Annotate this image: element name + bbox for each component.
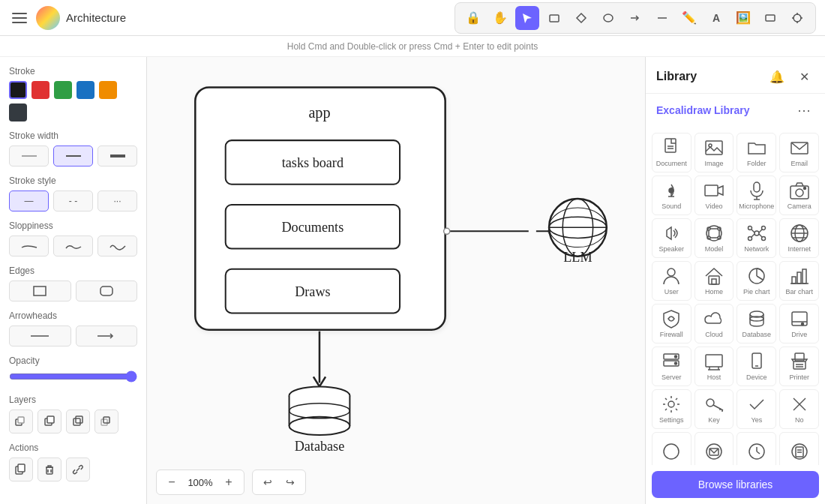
image-tool[interactable]: 🖼️ (731, 6, 755, 30)
ellipse-tool[interactable] (596, 6, 620, 30)
text-tool[interactable]: A (704, 6, 728, 30)
svg-rect-57 (665, 139, 676, 152)
canvas-svg: app tasks board Documents Draws (147, 57, 645, 504)
svg-rect-24 (101, 419, 107, 425)
sloppiness-artist[interactable] (53, 236, 93, 256)
stroke-color-black[interactable] (9, 81, 27, 99)
lib-item-key[interactable]: Key (694, 389, 734, 429)
svg-rect-22 (74, 418, 80, 425)
stroke-width-thick[interactable] (98, 146, 137, 166)
lib-item-firewall[interactable]: Firewall (652, 304, 692, 344)
zoom-out-button[interactable]: − (163, 473, 181, 491)
stroke-color-dark[interactable] (9, 104, 27, 122)
close-library-button[interactable]: ✕ (794, 66, 814, 87)
library-more-button[interactable]: ⋯ (794, 100, 814, 121)
link-button[interactable] (66, 458, 90, 482)
sloppiness-architect[interactable] (9, 236, 49, 256)
lib-item-clock[interactable] (736, 432, 776, 465)
arrow-tool[interactable] (623, 6, 647, 30)
arrowhead-arrow[interactable] (76, 326, 138, 346)
lib-item-bar-chart[interactable]: Bar chart (779, 261, 819, 301)
svg-rect-122 (794, 362, 806, 369)
lib-item-database[interactable]: Database (736, 304, 776, 344)
lib-item-camera[interactable]: Camera (779, 176, 819, 215)
arrowheads-label: Arrowheads (9, 310, 137, 321)
rectangle-tool[interactable] (542, 6, 566, 30)
sloppiness-section: Sloppiness (9, 220, 137, 256)
stroke-color-orange[interactable] (99, 81, 117, 99)
lib-item-settings[interactable]: Settings (652, 389, 692, 429)
diamond-tool[interactable] (569, 6, 593, 30)
lib-item-network[interactable]: Network (736, 218, 776, 258)
select-tool[interactable] (515, 6, 539, 30)
arrowhead-none[interactable] (9, 326, 71, 346)
stroke-color-red[interactable] (32, 81, 50, 99)
lib-item-network-label: Network (744, 245, 769, 254)
stroke-color-green[interactable] (54, 81, 72, 99)
browse-libraries-button[interactable]: Browse libraries (652, 471, 819, 498)
lib-item-speaker[interactable]: Speaker (652, 218, 692, 258)
lib-item-pie-chart[interactable]: Pie chart (736, 261, 776, 301)
zoom-in-button[interactable]: + (220, 473, 238, 491)
svg-line-88 (752, 230, 754, 232)
lib-item-firewall-label: Firewall (660, 331, 683, 339)
lib-item-internet[interactable]: Internet (779, 218, 819, 258)
pencil-tool[interactable]: ✏️ (677, 6, 701, 30)
bring-forward-button[interactable] (66, 410, 90, 434)
svg-point-77 (707, 236, 710, 239)
svg-point-111 (801, 323, 803, 326)
lib-item-video[interactable]: Video (694, 176, 734, 215)
hand-tool[interactable]: ✋ (488, 6, 512, 30)
send-backward-button[interactable] (38, 410, 62, 434)
lib-item-host[interactable]: Host (694, 346, 734, 386)
lib-item-yes[interactable]: Yes (736, 389, 776, 429)
lib-item-model[interactable]: Model (694, 218, 734, 258)
duplicate-button[interactable] (9, 458, 33, 482)
redo-button[interactable]: ↪ (281, 473, 299, 491)
eraser-tool[interactable] (758, 6, 782, 30)
send-to-back-button[interactable] (9, 410, 33, 434)
edges-round[interactable] (76, 280, 138, 302)
lib-item-microphone[interactable]: Microphone (736, 176, 776, 215)
laser-tool[interactable] (785, 6, 809, 30)
stroke-style-dashed[interactable]: - - (53, 190, 93, 212)
library-subtitle: Excalidraw Library ⋯ (646, 94, 825, 127)
lib-item-printer[interactable]: Printer (779, 346, 819, 386)
lib-item-cloud[interactable]: Cloud (694, 304, 734, 344)
lock-tool[interactable]: 🔒 (461, 6, 485, 30)
edges-sharp[interactable] (9, 280, 71, 302)
lib-item-device[interactable]: Device (736, 346, 776, 386)
delete-button[interactable] (38, 458, 62, 482)
stroke-style-solid[interactable]: — (9, 190, 49, 212)
stroke-width-thin[interactable] (9, 146, 49, 166)
bell-button[interactable]: 🔔 (766, 66, 788, 87)
lib-item-folder[interactable]: Folder (736, 133, 776, 172)
lib-item-user[interactable]: User (652, 261, 692, 301)
lib-item-image[interactable]: Image (694, 133, 734, 172)
lib-item-document[interactable]: Document (652, 133, 692, 172)
edges-section: Edges (9, 266, 137, 302)
lib-item-home[interactable]: Home (694, 261, 734, 301)
lib-item-sound[interactable]: Sound (652, 176, 692, 215)
stroke-color-blue[interactable] (76, 81, 94, 99)
lib-item-drive[interactable]: Drive (779, 304, 819, 344)
menu-icon[interactable] (9, 8, 30, 28)
lib-item-circle1[interactable] (652, 432, 692, 465)
canvas-area[interactable]: app tasks board Documents Draws (147, 57, 645, 504)
lib-item-drive-label: Drive (791, 331, 807, 339)
lib-item-doc2[interactable] (779, 432, 819, 465)
opacity-slider[interactable] (9, 370, 137, 382)
main-toolbar: 🔒 ✋ ✏️ A 🖼️ (454, 2, 816, 34)
undo-button[interactable]: ↩ (259, 473, 277, 491)
lib-item-mail2[interactable] (694, 432, 734, 465)
lib-item-email[interactable]: Email (779, 133, 819, 172)
lib-item-cloud-label: Cloud (705, 331, 723, 339)
stroke-width-medium[interactable] (53, 146, 93, 166)
line-tool[interactable] (650, 6, 674, 30)
library-subtitle-text: Excalidraw Library (656, 104, 750, 116)
lib-item-no[interactable]: No (779, 389, 819, 429)
lib-item-server[interactable]: Server (652, 346, 692, 386)
stroke-style-dotted[interactable]: ··· (98, 190, 137, 212)
sloppiness-cartoonist[interactable] (98, 236, 137, 256)
bring-to-front-button[interactable] (94, 410, 118, 434)
